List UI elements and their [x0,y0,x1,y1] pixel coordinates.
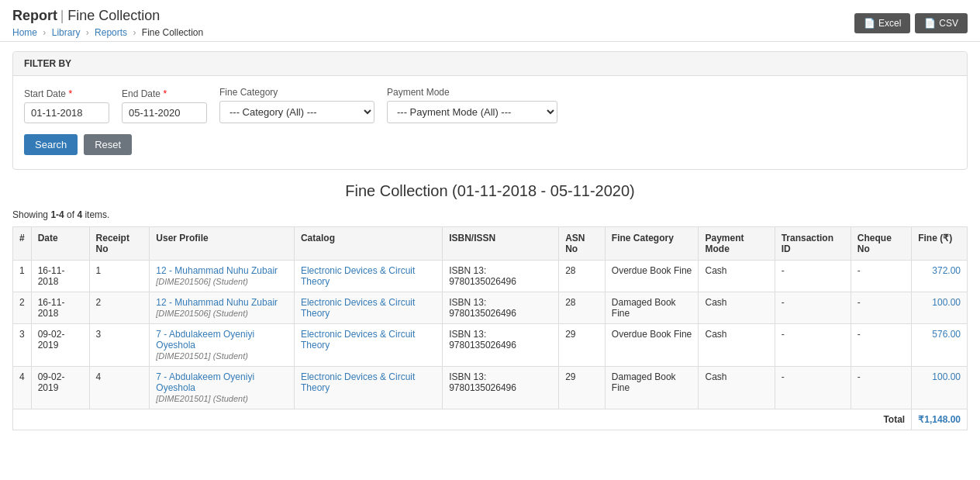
start-date-field: Start Date * [24,88,109,123]
cell-user: 7 - Abdulakeem Oyeniyi Oyeshola [DIME201… [150,324,295,367]
fine-category-label: Fine Category [219,87,374,98]
cell-fine: 100.00 [912,367,968,409]
total-value: ₹1,148.00 [912,409,968,430]
cell-cheque: - [851,367,911,409]
table-header: # Date Receipt No User Profile Catalog I… [13,227,968,261]
cell-date: 16-11-2018 [31,292,89,324]
cell-isbn: ISBN 13: 9780135026496 [443,324,559,367]
cell-payment: Cash [699,292,775,324]
col-user: User Profile [150,227,295,261]
cell-transaction: - [775,261,851,292]
cell-num: 1 [13,261,32,292]
cell-fine-cat: Damaged Book Fine [605,292,699,324]
cell-fine: 576.00 [912,324,968,367]
csv-button[interactable]: 📄 CSV [915,13,968,33]
table-row: 3 09-02-2019 3 7 - Abdulakeem Oyeniyi Oy… [13,324,968,367]
user-link[interactable]: 12 - Muhammad Nuhu Zubair [156,297,278,308]
cell-payment: Cash [699,367,775,409]
cell-receipt: 4 [89,367,150,409]
cell-num: 4 [13,367,32,409]
catalog-link[interactable]: Electronic Devices & Circuit Theory [301,329,415,351]
user-link[interactable]: 12 - Muhammad Nuhu Zubair [156,265,278,276]
col-fine: Fine (₹) [912,227,968,261]
filter-actions: Search Reset [24,134,956,155]
table-row: 4 09-02-2019 4 7 - Abdulakeem Oyeniyi Oy… [13,367,968,409]
fine-category-select[interactable]: --- Category (All) --- [219,101,374,123]
breadcrumb-current: Fine Collection [142,27,203,38]
cell-asn: 29 [559,367,606,409]
user-sub: [DIME201501] (Student) [156,351,248,361]
cell-fine-cat: Overdue Book Fine [605,261,699,292]
excel-button[interactable]: 📄 Excel [854,13,910,33]
fine-collection-table: # Date Receipt No User Profile Catalog I… [12,226,968,430]
cell-num: 3 [13,324,32,367]
filter-row: Start Date * End Date * Fine Category --… [24,87,956,123]
cell-asn: 29 [559,324,606,367]
excel-icon: 📄 [864,18,875,29]
cell-payment: Cash [699,261,775,292]
col-receipt: Receipt No [89,227,150,261]
col-num: # [13,227,32,261]
cell-user: 7 - Abdulakeem Oyeniyi Oyeshola [DIME201… [150,367,295,409]
cell-date: 16-11-2018 [31,261,89,292]
breadcrumb-library[interactable]: Library [52,27,81,38]
total-row: Total ₹1,148.00 [13,409,968,430]
payment-mode-field: Payment Mode --- Payment Mode (All) --- [387,87,557,123]
filter-section: FILTER BY Start Date * End Date * Fine C… [12,51,968,170]
cell-transaction: - [775,367,851,409]
header-bar: Report | Fine Collection Home › Library … [0,0,980,42]
csv-icon: 📄 [924,18,936,29]
cell-catalog: Electronic Devices & Circuit Theory [294,292,442,324]
end-date-label: End Date * [122,88,207,99]
catalog-link[interactable]: Electronic Devices & Circuit Theory [301,297,415,319]
start-date-input[interactable] [24,102,109,123]
start-date-label: Start Date * [24,88,109,99]
reset-button[interactable]: Reset [84,134,132,155]
table-row: 1 16-11-2018 1 12 - Muhammad Nuhu Zubair… [13,261,968,292]
col-asn: ASN No [559,227,606,261]
catalog-link[interactable]: Electronic Devices & Circuit Theory [301,371,415,393]
total-label: Total [13,409,912,430]
user-sub: [DIME201506] (Student) [156,277,248,286]
cell-user: 12 - Muhammad Nuhu Zubair [DIME201506] (… [150,261,295,292]
cell-asn: 28 [559,292,606,324]
breadcrumb-reports[interactable]: Reports [95,27,127,38]
filter-title: FILTER BY [13,52,967,76]
cell-transaction: - [775,324,851,367]
cell-fine: 372.00 [912,261,968,292]
cell-cheque: - [851,261,911,292]
user-sub: [DIME201501] (Student) [156,394,248,403]
cell-payment: Cash [699,324,775,367]
cell-isbn: ISBN 13: 9780135026496 [443,292,559,324]
main-table-wrap: # Date Receipt No User Profile Catalog I… [0,226,980,443]
col-payment: Payment Mode [699,227,775,261]
breadcrumb: Home › Library › Reports › Fine Collecti… [12,24,203,38]
cell-catalog: Electronic Devices & Circuit Theory [294,324,442,367]
breadcrumb-home[interactable]: Home [12,27,37,38]
cell-date: 09-02-2019 [31,367,89,409]
user-link[interactable]: 7 - Abdulakeem Oyeniyi Oyeshola [156,371,254,393]
cell-date: 09-02-2019 [31,324,89,367]
table-row: 2 16-11-2018 2 12 - Muhammad Nuhu Zubair… [13,292,968,324]
col-date: Date [31,227,89,261]
cell-fine-cat: Damaged Book Fine [605,367,699,409]
user-link[interactable]: 7 - Abdulakeem Oyeniyi Oyeshola [156,329,254,351]
cell-cheque: - [851,292,911,324]
filter-body: Start Date * End Date * Fine Category --… [13,76,967,169]
user-sub: [DIME201506] (Student) [156,309,248,318]
cell-asn: 28 [559,261,606,292]
cell-isbn: ISBN 13: 9780135026496 [443,367,559,409]
export-buttons: 📄 Excel 📄 CSV [854,13,968,33]
payment-mode-label: Payment Mode [387,87,557,98]
search-button[interactable]: Search [24,134,78,155]
col-isbn: ISBN/ISSN [443,227,559,261]
cell-fine-cat: Overdue Book Fine [605,324,699,367]
end-date-input[interactable] [122,102,207,123]
cell-receipt: 3 [89,324,150,367]
cell-receipt: 1 [89,261,150,292]
cell-isbn: ISBN 13: 9780135026496 [443,261,559,292]
cell-user: 12 - Muhammad Nuhu Zubair [DIME201506] (… [150,292,295,324]
catalog-link[interactable]: Electronic Devices & Circuit Theory [301,265,415,287]
fine-category-field: Fine Category --- Category (All) --- [219,87,374,123]
payment-mode-select[interactable]: --- Payment Mode (All) --- [387,101,557,123]
